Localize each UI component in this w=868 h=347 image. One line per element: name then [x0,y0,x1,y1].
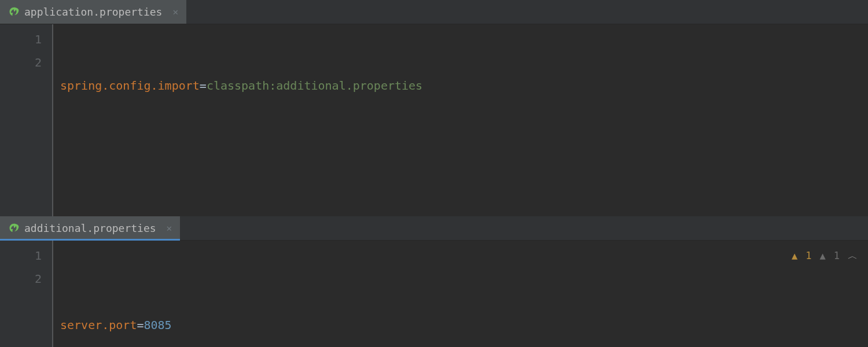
tab-label: application.properties [24,6,162,18]
weak-warning-count: 1 [834,244,840,267]
bottom-tabstrip: additional.properties ✕ [0,216,868,241]
warning-count: 1 [806,244,811,267]
gutter: 1 2 [0,24,52,216]
property-value: classpath:additional.properties [207,79,422,93]
line-number: 1 [0,28,42,51]
chevron-up-icon[interactable]: ︿ [848,244,858,267]
weak-warning-icon: ▲ [820,244,826,267]
gutter: 1 2 [0,241,52,347]
line-number: 2 [0,267,42,290]
gutter-border [52,241,60,347]
code-area[interactable]: spring.config.import=classpath:additiona… [60,24,868,216]
property-key: spring.config.import [60,79,200,93]
close-icon[interactable]: ✕ [172,6,178,17]
tab-application-properties[interactable]: application.properties ✕ [0,0,186,24]
top-editor[interactable]: 1 2 spring.config.import=classpath:addit… [0,24,868,216]
inspection-status[interactable]: ▲1 ▲1 ︿ [792,244,858,267]
equals-sign: = [200,79,207,93]
top-tabstrip: application.properties ✕ [0,0,868,24]
property-key: server.port [60,318,137,332]
gutter-border [52,24,60,216]
spring-leaf-icon [8,223,20,234]
bottom-editor-pane: additional.properties ✕ 1 2 ▲1 ▲1 ︿ serv… [0,216,868,347]
tab-additional-properties[interactable]: additional.properties ✕ [0,216,180,240]
tab-label: additional.properties [24,222,156,234]
equals-sign: = [137,318,144,332]
line-number: 1 [0,244,42,267]
top-editor-pane: application.properties ✕ 1 2 spring.conf… [0,0,868,216]
line-number: 2 [0,51,42,74]
property-value: 8085 [144,318,172,332]
spring-leaf-icon [8,6,20,18]
bottom-editor[interactable]: 1 2 ▲1 ▲1 ︿ server.port=8085 spring.con [0,241,868,347]
warning-icon: ▲ [792,244,797,267]
close-icon[interactable]: ✕ [167,223,172,234]
code-area[interactable]: ▲1 ▲1 ︿ server.port=8085 spring.con [60,241,868,347]
